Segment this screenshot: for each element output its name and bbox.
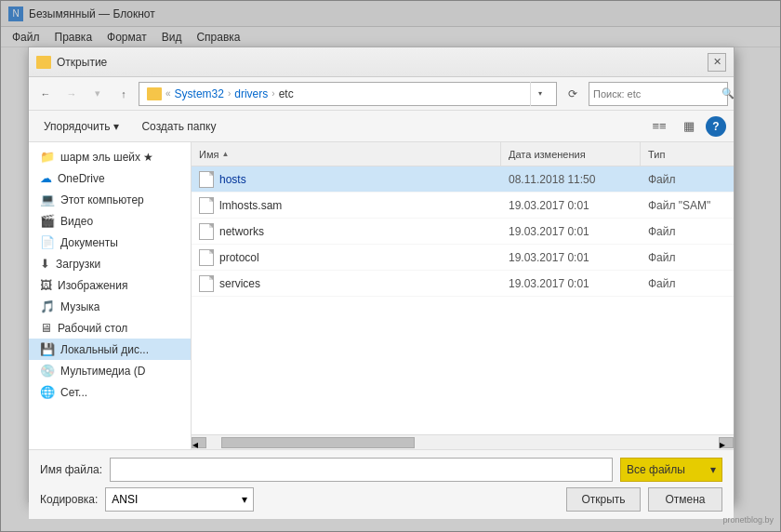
- file-name-text: lmhosts.sam: [219, 199, 282, 212]
- filename-label: Имя файла:: [40, 463, 102, 476]
- item-label: шарм эль шейх ★: [60, 151, 153, 164]
- table-row[interactable]: networks 19.03.2017 0:01 Файл: [192, 219, 734, 245]
- path-drivers[interactable]: drivers: [234, 87, 268, 100]
- file-list: hosts 08.11.2018 11:50 Файл lmhosts.sam …: [192, 166, 734, 297]
- item-label: Видео: [60, 215, 93, 228]
- item-icon: 📄: [40, 235, 55, 249]
- help-button[interactable]: ?: [706, 116, 726, 137]
- file-name-cell: hosts: [192, 171, 501, 188]
- table-row[interactable]: lmhosts.sam 19.03.2017 0:01 Файл "SAM": [192, 193, 734, 219]
- left-panel-item[interactable]: 📄 Документы: [29, 232, 191, 253]
- horizontal-scrollbar[interactable]: ◂ ▸: [192, 434, 734, 449]
- forward-button[interactable]: →: [60, 83, 83, 105]
- view-list-button[interactable]: ≡≡: [646, 114, 672, 139]
- item-label: Музыка: [60, 300, 99, 313]
- col-header-type[interactable]: Тип: [641, 142, 734, 166]
- left-panel-item[interactable]: ☁ OneDrive: [29, 167, 191, 189]
- encoding-label: Кодировка:: [40, 493, 98, 506]
- watermark: pronetblog.by: [722, 515, 774, 525]
- left-panel-item[interactable]: 💿 Мультимедиа (D: [29, 360, 191, 381]
- file-date-cell: 19.03.2017 0:01: [501, 199, 641, 212]
- path-system32[interactable]: System32: [175, 87, 224, 100]
- toolbar2-left: Упорядочить ▾ Создать папку: [36, 117, 225, 136]
- item-label: Мультимедиа (D: [60, 365, 145, 378]
- address-dropdown-button[interactable]: ▾: [530, 82, 549, 106]
- item-icon: 💿: [40, 364, 55, 378]
- search-box: 🔍: [589, 82, 728, 106]
- item-icon: 🖼: [40, 278, 52, 292]
- item-label: OneDrive: [58, 172, 105, 185]
- dialog-close-button[interactable]: ✕: [708, 53, 726, 72]
- back-button[interactable]: ←: [34, 83, 57, 105]
- file-name-text: networks: [219, 225, 264, 238]
- hscroll-left-btn[interactable]: ◂: [192, 437, 206, 448]
- up-button[interactable]: ↑: [113, 83, 135, 105]
- item-label: Документы: [60, 236, 118, 249]
- file-column-headers: Имя ▲ Дата изменения Тип: [192, 142, 734, 166]
- col-header-date[interactable]: Дата изменения: [501, 142, 641, 166]
- organize-button[interactable]: Упорядочить ▾: [36, 117, 126, 136]
- encoding-row: Кодировка: ANSI ▾ Открыть Отмена: [40, 487, 722, 512]
- dialog-content: 📁 шарм эль шейх ★ ☁ OneDrive 💻 Этот комп…: [29, 142, 734, 449]
- dialog-title-left: Открытие: [36, 56, 107, 69]
- file-type-cell: Файл: [641, 225, 734, 238]
- dropdown-arrow-button[interactable]: ▾: [86, 83, 109, 105]
- table-row[interactable]: services 19.03.2017 0:01 Файл: [192, 271, 734, 297]
- item-label: Рабочий стол: [58, 322, 127, 335]
- left-panel-item[interactable]: 💻 Этот компьютер: [29, 189, 191, 210]
- path-sep-2: ›: [271, 88, 274, 99]
- hscroll-thumb[interactable]: [221, 437, 415, 448]
- table-row[interactable]: hosts 08.11.2018 11:50 Файл: [192, 166, 734, 193]
- filetype-chevron-icon: ▾: [710, 463, 716, 476]
- left-panel-item[interactable]: 🎵 Музыка: [29, 296, 191, 317]
- path-sep-0: «: [165, 88, 171, 99]
- refresh-button[interactable]: ⟳: [561, 82, 585, 106]
- file-icon: [199, 249, 214, 266]
- left-panel: 📁 шарм эль шейх ★ ☁ OneDrive 💻 Этот комп…: [29, 142, 192, 449]
- left-panel-item[interactable]: 🌐 Сет...: [29, 381, 191, 403]
- encoding-chevron-icon: ▾: [242, 493, 247, 506]
- table-row[interactable]: protocol 19.03.2017 0:01 Файл: [192, 245, 734, 271]
- item-icon: 🎬: [40, 214, 55, 228]
- item-label: Загрузки: [56, 258, 100, 271]
- view-split-button[interactable]: ▦: [676, 114, 702, 139]
- dialog-folder-icon: [36, 56, 51, 69]
- search-input[interactable]: [593, 88, 721, 100]
- toolbar2-right: ≡≡ ▦ ?: [646, 114, 726, 139]
- item-icon: 💾: [40, 342, 55, 356]
- dialog-title-text: Открытие: [57, 56, 107, 69]
- file-icon: [199, 223, 214, 240]
- hscroll-right-btn[interactable]: ▸: [719, 437, 734, 448]
- left-panel-item[interactable]: 💾 Локальный дис...: [29, 339, 191, 360]
- item-icon: 🎵: [40, 299, 55, 313]
- dialog-nav-toolbar: ← → ▾ ↑ « System32 › drivers › etc ▾ ⟳ 🔍: [29, 77, 734, 111]
- open-button[interactable]: Открыть: [566, 487, 641, 512]
- left-panel-item[interactable]: 📁 шарм эль шейх ★: [29, 146, 191, 167]
- file-date-cell: 19.03.2017 0:01: [501, 277, 641, 290]
- organize-chevron-icon: ▾: [113, 120, 119, 133]
- item-label: Этот компьютер: [60, 193, 144, 206]
- filename-input[interactable]: [110, 458, 613, 482]
- new-folder-button[interactable]: Создать папку: [132, 117, 225, 136]
- item-label: Сет...: [60, 386, 87, 399]
- right-panel: Имя ▲ Дата изменения Тип hosts 08.11.201…: [192, 142, 734, 434]
- file-type-cell: Файл: [641, 277, 734, 290]
- item-icon: 💻: [40, 193, 55, 206]
- encoding-dropdown[interactable]: ANSI ▾: [105, 487, 254, 512]
- address-bar[interactable]: « System32 › drivers › etc ▾: [139, 82, 557, 106]
- left-panel-item[interactable]: 🖥 Рабочий стол: [29, 317, 191, 339]
- file-name-cell: networks: [192, 223, 501, 240]
- cancel-button[interactable]: Отмена: [648, 487, 722, 512]
- search-icon[interactable]: 🔍: [721, 87, 735, 100]
- filetype-dropdown[interactable]: Все файлы ▾: [620, 458, 722, 482]
- col-header-name[interactable]: Имя ▲: [192, 142, 501, 166]
- dialog-titlebar: Открытие ✕: [29, 47, 734, 77]
- item-icon: ⬇: [40, 257, 50, 271]
- left-panel-item[interactable]: ⬇ Загрузки: [29, 253, 191, 274]
- path-etc[interactable]: etc: [279, 87, 294, 100]
- left-panel-item[interactable]: 🖼 Изображения: [29, 274, 191, 296]
- filename-row: Имя файла: Все файлы ▾: [40, 458, 722, 482]
- item-icon: 🖥: [40, 321, 52, 335]
- left-panel-item[interactable]: 🎬 Видео: [29, 210, 191, 232]
- file-type-cell: Файл: [641, 173, 734, 186]
